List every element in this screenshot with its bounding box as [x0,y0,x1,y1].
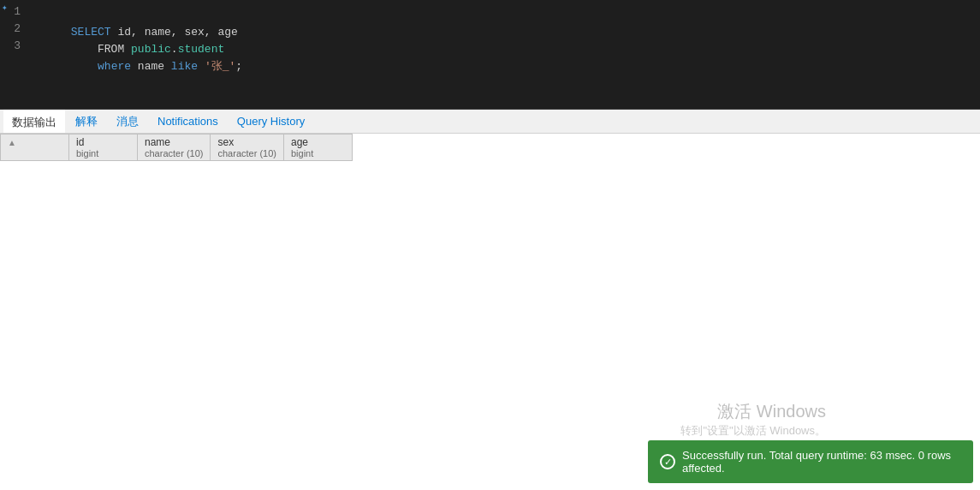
success-toast: ✓ Successfully run. Total query runtime:… [648,440,973,483]
tab-data-output[interactable]: 数据输出 [3,110,65,133]
row-number-header: ▲ [1,134,69,161]
bottom-panel: 数据输出 解释 消息 Notifications Query History ▲… [0,110,980,490]
toast-check-icon: ✓ [660,454,675,469]
col-header-age: age bigint [283,134,352,161]
line-numbers: 1 2 3 [0,0,26,109]
tab-notifications[interactable]: Notifications [149,110,227,133]
col-header-name: name character (10) [138,134,211,161]
col-header-sex: sex character (10) [211,134,283,161]
tab-bar: 数据输出 解释 消息 Notifications Query History [0,110,980,134]
sql-editor[interactable]: ✦ 1 2 3 SELECT id, name, sex, age FROM p… [0,0,980,110]
col-header-id: id bigint [69,134,138,161]
results-table-area: ▲ id bigint name character (10) sex char… [0,134,980,490]
code-content: SELECT id, name, sex, age FROM public.st… [31,3,980,58]
toast-message: Successfully run. Total query runtime: 6… [682,449,961,475]
results-table: ▲ id bigint name character (10) sex char… [0,134,353,161]
tab-query-history[interactable]: Query History [229,110,313,133]
tab-explain[interactable]: 解释 [67,110,106,133]
tab-messages[interactable]: 消息 [108,110,147,133]
code-line-1: SELECT id, name, sex, age [31,7,980,24]
